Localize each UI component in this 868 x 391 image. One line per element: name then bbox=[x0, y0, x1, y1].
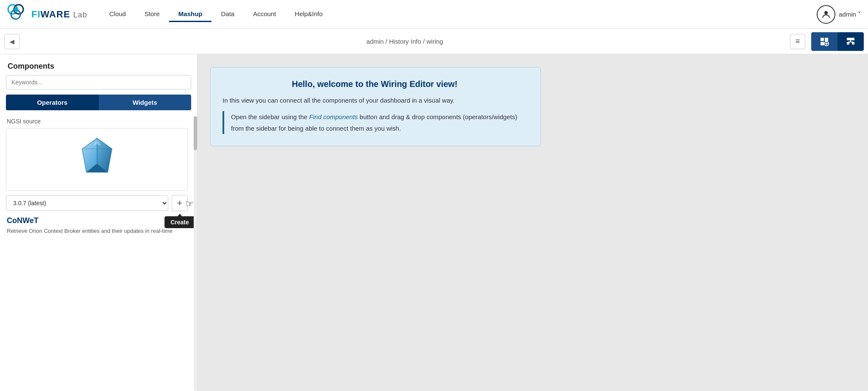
logo-icon bbox=[7, 3, 29, 25]
logo-text: FIWARE Lab bbox=[31, 9, 87, 20]
component-card bbox=[6, 128, 188, 191]
nav-data[interactable]: Data bbox=[211, 7, 244, 22]
nav-mashup[interactable]: Mashup bbox=[169, 7, 212, 22]
nav-account[interactable]: Account bbox=[244, 7, 285, 22]
search-input[interactable] bbox=[6, 75, 191, 89]
add-btn-wrapper: + Create ☞ bbox=[172, 195, 188, 211]
add-operator-btn[interactable]: + bbox=[172, 195, 188, 211]
admin-label[interactable]: admin ˅ bbox=[839, 11, 861, 18]
hamburger-icon: ≡ bbox=[796, 37, 800, 46]
tab-widgets[interactable]: Widgets bbox=[99, 95, 192, 110]
main-layout: Components Operators Widgets NGSI source bbox=[0, 54, 868, 391]
admin-avatar[interactable] bbox=[817, 5, 835, 24]
welcome-box: Hello, welcome to the Wiring Editor view… bbox=[210, 67, 541, 146]
chevron-left-icon: ◀ bbox=[10, 38, 14, 45]
org-chart-icon bbox=[846, 37, 855, 46]
breadcrumb-bar: ◀ admin / History Info / wiring ≡ bbox=[0, 29, 868, 54]
layout-btn[interactable] bbox=[837, 32, 864, 51]
welcome-title: Hello, welcome to the Wiring Editor view… bbox=[223, 79, 527, 89]
sidebar-scroll: NGSI source bbox=[0, 116, 197, 391]
view-actions bbox=[811, 32, 864, 51]
scrollbar-thumb[interactable] bbox=[194, 116, 197, 150]
version-row: 3.0.7 (latest) + Create ☞ bbox=[6, 195, 188, 211]
nav-cloud[interactable]: Cloud bbox=[100, 7, 135, 22]
nav-helpinfo[interactable]: Help&Info bbox=[285, 7, 332, 22]
svg-rect-5 bbox=[821, 38, 824, 41]
ngsi-gem-icon bbox=[74, 134, 120, 185]
sidebar-toggle-btn[interactable]: ◀ bbox=[4, 34, 19, 49]
welcome-highlight: Open the sidebar using the Find componen… bbox=[223, 111, 527, 134]
nav-right: admin ˅ bbox=[817, 5, 861, 24]
sidebar-content: NGSI source bbox=[0, 116, 194, 391]
menu-btn[interactable]: ≡ bbox=[790, 34, 805, 49]
logo[interactable]: FIWARE Lab bbox=[7, 3, 87, 25]
component-desc: Retrieve Orion Context Broker entities a… bbox=[0, 226, 194, 238]
svg-rect-7 bbox=[821, 42, 824, 45]
tab-group: Operators Widgets bbox=[6, 95, 191, 110]
find-components-em: Find components bbox=[309, 113, 358, 120]
svg-point-4 bbox=[824, 11, 828, 14]
svg-rect-6 bbox=[825, 38, 828, 41]
sidebar-title: Components bbox=[0, 54, 197, 75]
top-navigation: FIWARE Lab Cloud Store Mashup Data Accou… bbox=[0, 0, 868, 29]
nav-store[interactable]: Store bbox=[135, 7, 169, 22]
components-sidebar: Components Operators Widgets NGSI source bbox=[0, 54, 198, 391]
plus-icon: + bbox=[177, 198, 183, 209]
tab-operators[interactable]: Operators bbox=[6, 95, 99, 110]
nav-items: Cloud Store Mashup Data Account Help&Inf… bbox=[100, 7, 817, 22]
section-label: NGSI source bbox=[0, 116, 194, 128]
breadcrumb: admin / History Info / wiring bbox=[23, 38, 787, 45]
svg-point-3 bbox=[14, 8, 17, 11]
add-grid-icon bbox=[820, 37, 829, 46]
welcome-body: In this view you can connect all the com… bbox=[223, 95, 527, 106]
tooltip-create: Create bbox=[164, 216, 194, 228]
scrollbar-track[interactable] bbox=[194, 116, 197, 391]
add-component-btn[interactable] bbox=[811, 32, 837, 51]
svg-rect-11 bbox=[847, 38, 854, 40]
version-select[interactable]: 3.0.7 (latest) bbox=[6, 196, 168, 211]
user-icon bbox=[821, 9, 831, 20]
wiring-canvas[interactable]: Hello, welcome to the Wiring Editor view… bbox=[198, 54, 868, 391]
component-icon bbox=[6, 128, 187, 190]
